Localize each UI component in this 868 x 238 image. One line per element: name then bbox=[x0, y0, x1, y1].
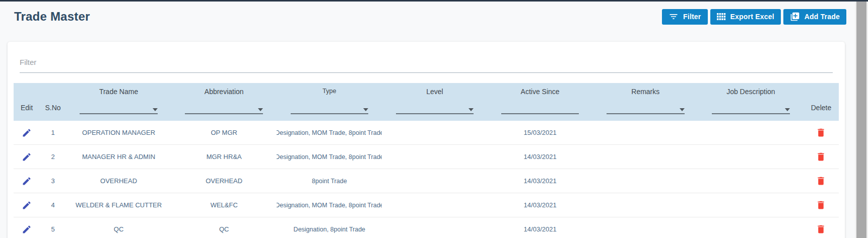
cell-sno: 2 bbox=[40, 153, 66, 161]
cell-active_since: 14/03/2021 bbox=[488, 225, 593, 233]
delete-cell bbox=[804, 224, 839, 234]
column-label-job_description: Job Description bbox=[702, 88, 799, 96]
column-filter-input-trade_name[interactable] bbox=[80, 102, 158, 114]
cell-trade_name: MANAGER HR & ADMIN bbox=[66, 153, 171, 161]
cell-abbreviation: WEL&FC bbox=[171, 201, 277, 209]
add-trade-library-add-icon bbox=[790, 12, 800, 22]
table-row: 5QCQCDesignation, 8point Trade14/03/2021 bbox=[14, 217, 839, 238]
cell-type: Designation, 8point Trade bbox=[277, 226, 382, 233]
cell-abbreviation: OP MGR bbox=[171, 129, 277, 136]
delete-cell bbox=[804, 151, 839, 162]
column-label-delete: Delete bbox=[808, 104, 835, 114]
column-label-level: Level bbox=[386, 88, 483, 96]
table-body: 1OPERATION MANAGEROP MGRDesignation, MOM… bbox=[14, 121, 839, 238]
column-label-active_since: Active Since bbox=[492, 88, 589, 96]
column-filter-input-remarks[interactable] bbox=[607, 102, 685, 114]
page: Trade Master Filter Export Excel bbox=[0, 0, 868, 238]
edit-cell bbox=[14, 128, 40, 138]
cell-trade_name: OVERHEAD bbox=[66, 177, 171, 185]
filter-button[interactable]: Filter bbox=[662, 9, 707, 25]
cell-type: Designation, MOM Trade, 8point Trade bbox=[277, 153, 382, 161]
trade-table-card: EditS.NoTrade NameAbbreviationTypeLevelA… bbox=[8, 42, 845, 238]
scrollbar-thumb[interactable] bbox=[856, 2, 866, 238]
cell-active_since: 14/03/2021 bbox=[488, 153, 593, 161]
delete-trash-icon[interactable] bbox=[816, 176, 826, 186]
table-row: 2MANAGER HR & ADMINMGR HR&ADesignation, … bbox=[14, 145, 839, 169]
column-label-type: Type bbox=[281, 88, 378, 95]
cell-abbreviation: QC bbox=[171, 225, 277, 233]
delete-cell bbox=[804, 200, 839, 210]
filter-icon bbox=[669, 12, 679, 22]
delete-cell bbox=[804, 127, 839, 138]
column-filter-input-type[interactable] bbox=[291, 102, 369, 114]
cell-sno: 4 bbox=[40, 201, 66, 209]
cell-sno: 5 bbox=[40, 225, 66, 233]
toolbar-actions: Filter Export Excel Add Trade bbox=[662, 9, 846, 25]
page-title: Trade Master bbox=[14, 10, 90, 24]
column-header-delete: Delete bbox=[804, 83, 839, 121]
delete-cell bbox=[804, 176, 839, 186]
export-excel-button-label: Export Excel bbox=[730, 13, 774, 21]
cell-trade_name: WELDER & FLAME CUTTER bbox=[66, 201, 171, 209]
add-trade-button-label: Add Trade bbox=[805, 13, 840, 21]
column-label-remarks: Remarks bbox=[597, 88, 694, 96]
column-header-job_description: Job Description bbox=[698, 83, 804, 121]
column-header-level: Level bbox=[382, 83, 487, 121]
edit-cell bbox=[14, 176, 40, 186]
caret-down-icon[interactable] bbox=[363, 108, 368, 111]
cell-abbreviation: MGR HR&A bbox=[171, 153, 277, 161]
delete-trash-icon[interactable] bbox=[816, 151, 826, 162]
column-label-sno: S.No bbox=[44, 104, 62, 114]
column-filter-input-abbreviation[interactable] bbox=[185, 102, 263, 114]
table-row: 3OVERHEADOVERHEAD8point Trade14/03/2021 bbox=[14, 169, 839, 193]
column-header-sno: S.No bbox=[40, 83, 66, 121]
cell-active_since: 14/03/2021 bbox=[488, 177, 593, 185]
cell-sno: 1 bbox=[40, 129, 66, 136]
edit-pencil-icon[interactable] bbox=[22, 128, 32, 138]
column-label-trade_name: Trade Name bbox=[70, 88, 167, 96]
column-header-active_since: Active Since bbox=[488, 83, 593, 121]
column-header-type: Type bbox=[277, 83, 382, 121]
caret-down-icon[interactable] bbox=[680, 108, 685, 111]
delete-trash-icon[interactable] bbox=[816, 127, 826, 138]
caret-down-icon[interactable] bbox=[469, 108, 474, 111]
caret-down-icon[interactable] bbox=[258, 108, 263, 111]
edit-cell bbox=[14, 200, 40, 210]
export-excel-button[interactable]: Export Excel bbox=[710, 9, 781, 25]
cell-type: Designation, MOM Trade, 8point Trade bbox=[277, 129, 382, 136]
column-header-trade_name: Trade Name bbox=[66, 83, 171, 121]
cell-trade_name: QC bbox=[66, 225, 171, 233]
table-row: 1OPERATION MANAGEROP MGRDesignation, MOM… bbox=[14, 121, 839, 145]
cell-abbreviation: OVERHEAD bbox=[171, 177, 277, 185]
column-header-remarks: Remarks bbox=[593, 83, 698, 121]
column-label-edit: Edit bbox=[18, 104, 36, 114]
cell-active_since: 14/03/2021 bbox=[488, 201, 593, 209]
cell-type: 8point Trade bbox=[277, 178, 382, 185]
cell-active_since: 15/03/2021 bbox=[488, 129, 593, 136]
caret-down-icon[interactable] bbox=[153, 108, 158, 111]
column-filter-input-active_since[interactable] bbox=[501, 102, 579, 114]
page-header: Trade Master Filter Export Excel bbox=[0, 2, 846, 32]
delete-trash-icon[interactable] bbox=[816, 224, 826, 234]
table-filter-input[interactable] bbox=[20, 52, 833, 73]
add-trade-button[interactable]: Add Trade bbox=[783, 9, 846, 25]
top-border bbox=[0, 0, 868, 2]
column-header-abbreviation: Abbreviation bbox=[171, 83, 277, 121]
edit-cell bbox=[14, 224, 40, 234]
edit-pencil-icon[interactable] bbox=[22, 176, 32, 186]
cell-type: Designation, MOM Trade, 8point Trade bbox=[277, 202, 382, 209]
edit-pencil-icon[interactable] bbox=[22, 200, 32, 210]
cell-trade_name: OPERATION MANAGER bbox=[66, 129, 171, 136]
column-header-edit: Edit bbox=[14, 83, 40, 121]
vertical-scrollbar[interactable] bbox=[855, 2, 868, 238]
column-filter-input-level[interactable] bbox=[396, 102, 474, 114]
edit-pencil-icon[interactable] bbox=[22, 152, 32, 162]
caret-down-icon[interactable] bbox=[785, 108, 790, 111]
column-filter-input-job_description[interactable] bbox=[712, 102, 790, 114]
delete-trash-icon[interactable] bbox=[816, 200, 826, 210]
edit-cell bbox=[14, 152, 40, 162]
table-header-row: EditS.NoTrade NameAbbreviationTypeLevelA… bbox=[14, 83, 839, 121]
column-label-abbreviation: Abbreviation bbox=[175, 88, 273, 96]
edit-pencil-icon[interactable] bbox=[22, 224, 32, 234]
table-row: 4WELDER & FLAME CUTTERWEL&FCDesignation,… bbox=[14, 193, 839, 217]
